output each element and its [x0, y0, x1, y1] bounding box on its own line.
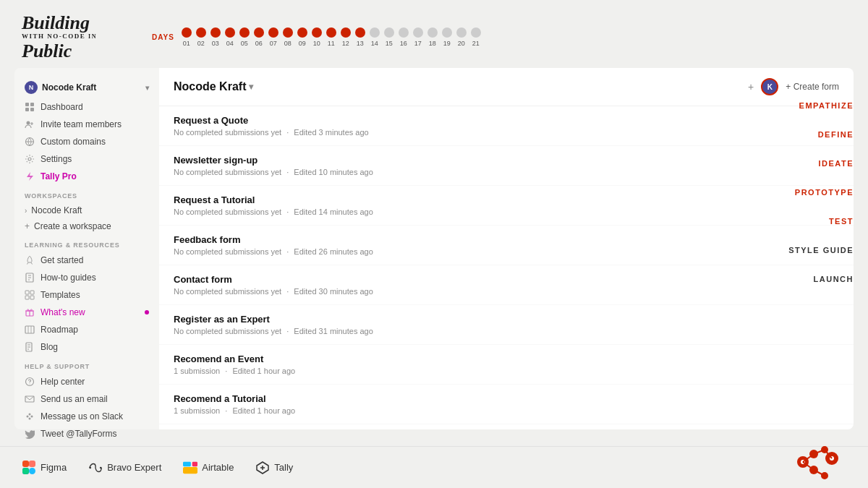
day-item-06: 06 — [254, 27, 264, 47]
right-label-3: PROTOTYPE — [788, 188, 854, 197]
sidebar-workspace-nocode[interactable]: › Nocode Kraft — [14, 202, 159, 218]
sidebar-item-get-started[interactable]: Get started — [14, 252, 159, 269]
svg-rect-2 — [25, 108, 29, 111]
day-dot-20 — [456, 27, 467, 38]
settings-label: Settings — [41, 154, 72, 164]
figma-icon — [22, 461, 36, 475]
day-item-09: 09 — [297, 27, 307, 47]
sidebar-item-blog[interactable]: Blog — [14, 338, 159, 356]
day-dot-02 — [196, 27, 206, 38]
day-dot-12 — [341, 27, 351, 38]
form-item-7[interactable]: Recomend a Tutorial1 submission · Edited… — [159, 385, 854, 424]
day-dot-11 — [326, 27, 336, 38]
day-number-09: 09 — [299, 40, 306, 47]
form-title-2: Request a Tutorial — [174, 194, 839, 205]
sidebar-create-workspace[interactable]: + Create a workspace — [14, 218, 159, 234]
svg-rect-3 — [30, 108, 34, 111]
days-tracker: DAYS 01020304050607080910111213141516171… — [152, 27, 481, 47]
gift-icon — [25, 307, 35, 317]
svg-rect-10 — [25, 296, 29, 299]
sidebar-workspace-header[interactable]: N Nocode Kraft ▾ — [14, 77, 159, 98]
form-item-0[interactable]: Request a QuoteNo completed submissions … — [159, 106, 854, 146]
day-number-20: 20 — [458, 40, 465, 47]
svg-rect-31 — [192, 461, 197, 466]
form-item-2[interactable]: Request a TutorialNo completed submissio… — [159, 186, 854, 226]
svg-rect-23 — [29, 461, 35, 467]
email-icon — [25, 394, 35, 404]
form-title-0: Request a Quote — [174, 115, 839, 126]
bravo-icon — [88, 461, 103, 475]
sidebar-item-roadmap[interactable]: Roadmap — [14, 321, 159, 338]
map-icon — [25, 325, 35, 335]
sidebar-item-email[interactable]: Send us an email — [14, 390, 159, 408]
day-number-13: 13 — [357, 40, 364, 47]
day-item-14: 14 — [370, 27, 380, 47]
day-dot-09 — [297, 27, 307, 38]
create-workspace-label: Create a workspace — [34, 221, 111, 231]
sidebar-item-tally-pro[interactable]: Tally Pro — [14, 168, 159, 185]
day-number-15: 15 — [386, 40, 393, 47]
tally-pro-label: Tally Pro — [41, 171, 77, 181]
day-dot-19 — [442, 27, 452, 38]
form-title-6: Recomend an Event — [174, 354, 839, 364]
sidebar-item-dashboard[interactable]: Dashboard — [14, 98, 159, 116]
figma-label: Figma — [41, 462, 67, 473]
svg-rect-8 — [25, 291, 29, 294]
day-item-11: 11 — [326, 27, 336, 47]
form-item-4[interactable]: Contact formNo completed submissions yet… — [159, 265, 854, 305]
top-section: Building WITH NO-CODE IN Public DAYS 010… — [0, 0, 868, 68]
airtable-label: Airtable — [202, 462, 234, 473]
form-item-3[interactable]: Feedback formNo completed submissions ye… — [159, 226, 854, 265]
day-item-05: 05 — [239, 27, 250, 47]
sidebar-item-help-center[interactable]: Help center — [14, 373, 159, 390]
sidebar-item-invite[interactable]: Invite team members — [14, 116, 159, 133]
svg-point-27 — [89, 466, 91, 468]
logo-line1: Building — [22, 13, 137, 33]
sidebar-item-how-to[interactable]: How-to guides — [14, 269, 159, 286]
dashboard-icon — [25, 102, 35, 112]
day-dot-07 — [268, 27, 278, 38]
sidebar-item-twitter[interactable]: Tweet @TallyForms — [14, 425, 159, 442]
day-dot-13 — [355, 27, 365, 38]
sidebar-item-slack[interactable]: Message us on Slack — [14, 408, 159, 425]
svg-rect-9 — [30, 291, 34, 294]
logo-with: WITH NO-CODE IN — [22, 33, 137, 40]
workspace-chevron-icon: ▾ — [249, 82, 253, 92]
day-item-12: 12 — [341, 27, 351, 47]
form-item-1[interactable]: Newsletter sign-upNo completed submissio… — [159, 146, 854, 186]
sidebar-item-whats-new[interactable]: What's new — [14, 304, 159, 321]
day-item-20: 20 — [456, 27, 467, 47]
svg-point-16 — [29, 383, 30, 384]
help-section-label: HELP & SUPPORT — [14, 356, 159, 373]
send-email-label: Send us an email — [41, 394, 108, 404]
day-number-02: 02 — [197, 40, 205, 47]
form-meta-2: No completed submissions yet · Edited 14… — [174, 207, 839, 216]
day-item-07: 07 — [268, 27, 278, 47]
footer-brands: Figma Bravo Expert — [22, 461, 293, 475]
svg-rect-22 — [22, 461, 29, 467]
form-item-5[interactable]: Register as an ExpertNo completed submis… — [159, 305, 854, 345]
sidebar-item-settings[interactable]: Settings — [14, 150, 159, 168]
right-label-5: STYLE GUIDE — [788, 246, 854, 254]
plus-button[interactable]: + — [748, 81, 754, 93]
sidebar-item-domains[interactable]: Custom domains — [14, 133, 159, 150]
rocket-icon — [25, 255, 35, 265]
create-form-button[interactable]: + Create form — [786, 82, 839, 92]
day-number-03: 03 — [212, 40, 219, 47]
form-list: Request a QuoteNo completed submissions … — [159, 106, 854, 424]
day-dot-18 — [427, 27, 438, 38]
workspace-title-text: Nocode Kraft — [174, 80, 246, 93]
avatar: K — [761, 78, 778, 95]
bravo-label: Bravo Expert — [107, 462, 161, 473]
day-number-01: 01 — [183, 40, 190, 47]
day-item-02: 02 — [196, 27, 206, 47]
day-item-17: 17 — [413, 27, 423, 47]
day-number-18: 18 — [429, 40, 436, 47]
form-item-6[interactable]: Recomend an Event1 submission · Edited 1… — [159, 345, 854, 385]
whats-new-label: What's new — [41, 307, 85, 317]
svg-rect-13 — [25, 326, 34, 333]
footer-brand-tally: Tally — [255, 461, 293, 475]
day-item-10: 10 — [312, 27, 322, 47]
svg-point-21 — [29, 418, 31, 420]
sidebar-item-templates[interactable]: Templates — [14, 286, 159, 304]
